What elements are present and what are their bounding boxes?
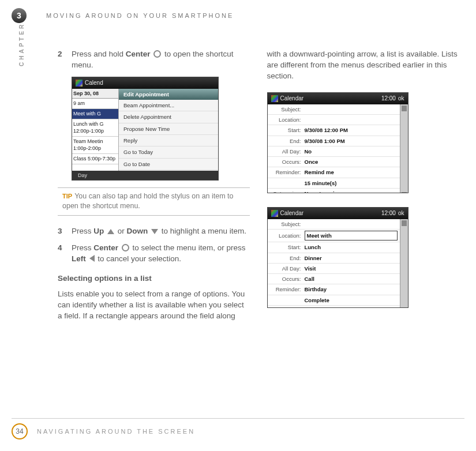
step-3: 3 Press Up or Down to highlight a menu i… <box>58 226 250 237</box>
page-body: 2 Press and hold Center to open the shor… <box>58 49 459 416</box>
step-number: 4 <box>58 243 72 265</box>
form-row: Subject: <box>268 104 400 115</box>
page-header: 3 MOVING AROUND ON YOUR SMARTPHONE <box>12 8 464 23</box>
field-label: Occurs: <box>270 158 305 166</box>
scrollbar <box>400 104 408 193</box>
subheading: Selecting options in a list <box>58 273 250 284</box>
center-button-icon <box>122 244 129 251</box>
field-value: Visit <box>305 265 398 272</box>
list-item: Team Meetin 1:00p-2:00p <box>72 137 118 154</box>
bold: Left <box>72 254 86 263</box>
text: to select the menu item, or press <box>133 243 246 252</box>
menu-item: Go to Today <box>119 146 218 158</box>
field-label: Location: <box>270 116 305 123</box>
field-label: Reminder: <box>270 285 305 293</box>
field-value: 15 minute(s) <box>305 307 398 308</box>
body-paragraph: Lists enable you to select from a range … <box>58 289 250 322</box>
up-arrow-icon <box>107 229 114 234</box>
list-item: Lunch with G 12:00p-1:00p <box>72 119 118 137</box>
list-item: Meet with G <box>72 109 118 119</box>
menu-header: Edit Appointment <box>119 89 218 100</box>
form-row: Location:Meet with <box>268 230 400 242</box>
field-label: Location: <box>270 232 305 239</box>
field-label: Subject: <box>270 220 305 228</box>
left-column: 2 Press and hold Center to open the shor… <box>58 49 250 416</box>
form-row: Reminder:Remind me <box>268 167 400 178</box>
running-foot-title: NAVIGATING AROUND THE SCREEN <box>37 428 195 435</box>
field-label: Reminder: <box>270 168 305 176</box>
field-value: Complete <box>305 296 398 304</box>
tip-callout: TIPYou can also tap and hold the stylus … <box>58 187 250 216</box>
field-value: No categories... <box>305 190 398 193</box>
right-column: with a downward-pointing arrow, a list i… <box>267 49 459 416</box>
list-item: 9 am <box>72 99 118 109</box>
field-value: Lunch <box>305 243 398 251</box>
field-value: Once <box>305 158 398 166</box>
chapter-vertical-label: CHAPTER <box>18 22 25 66</box>
tip-label: TIP <box>62 193 72 200</box>
field-value: Birthday <box>305 285 398 293</box>
close-icon: ok <box>398 95 404 103</box>
form-row: Occurs:Call <box>268 274 400 284</box>
field-label: Start: <box>270 126 305 134</box>
menu-item: Reply <box>119 135 218 146</box>
step-number: 3 <box>58 226 72 237</box>
text: Press <box>72 243 93 252</box>
field-value: Meet with <box>305 231 398 240</box>
start-flag-icon <box>271 210 278 217</box>
field-label: End: <box>270 254 305 262</box>
form-row: Location: <box>268 115 400 125</box>
form-row: Complete <box>268 295 400 306</box>
start-flag-icon <box>271 95 278 102</box>
field-value: Dinner <box>305 254 398 262</box>
field-value: Call <box>305 275 398 283</box>
screenshot-titlebar: Calendar 12:00 ok <box>268 93 408 104</box>
context-menu: Edit Appointment Beam Appointment... Del… <box>118 89 218 181</box>
screenshot-appointment-form: Calendar 12:00 ok Subject:Location:Start… <box>267 92 408 193</box>
step-2: 2 Press and hold Center to open the shor… <box>58 49 250 71</box>
text: Press <box>72 227 93 235</box>
menu-item: Propose New Time <box>119 123 218 135</box>
step-text: Press and hold Center to open the shortc… <box>72 49 250 71</box>
page-number-badge: 34 <box>12 423 28 439</box>
step-text: Press Up or Down to highlight a menu ite… <box>72 226 250 237</box>
menu-item: Beam Appointment... <box>119 100 218 111</box>
field-label: End: <box>270 137 305 145</box>
bold: Up <box>93 227 104 235</box>
running-head-title: MOVING AROUND ON YOUR SMARTPHONE <box>46 12 234 19</box>
form-row: All Day:Visit <box>268 264 400 274</box>
bold: Center <box>93 243 118 252</box>
field-label: All Day: <box>270 148 305 155</box>
tip-text: You can also tap and hold the stylus on … <box>62 192 234 211</box>
form-row: All Day:No <box>268 146 400 157</box>
down-arrow-icon <box>151 229 158 234</box>
page-footer: 34 NAVIGATING AROUND THE SCREEN <box>12 418 464 439</box>
screenshot-list-dropdown: Calendar 12:00 ok Subject:Location:Meet … <box>267 207 408 308</box>
step-text: Press Center to select the menu item, or… <box>72 243 250 265</box>
field-label: Subject: <box>270 106 305 113</box>
screenshot-titlebar: Calend <box>72 77 218 89</box>
screenshot-titlebar: Calendar 12:00 ok <box>268 208 408 219</box>
date-header: Sep 30, 08 <box>72 89 118 99</box>
text: to highlight a menu item. <box>162 227 246 235</box>
field-value: 15 minute(s) <box>305 179 398 187</box>
close-icon: ok <box>398 209 404 217</box>
form-row: Start:Lunch <box>268 242 400 253</box>
text: Press and hold <box>72 50 126 58</box>
field-value: No <box>305 148 398 155</box>
form-body: Subject:Location:Start:9/30/08 12:00 PME… <box>268 104 400 193</box>
form-row: 15 minute(s) <box>268 306 400 308</box>
form-row: End:Dinner <box>268 253 400 264</box>
center-button-icon <box>153 50 161 58</box>
form-row: Subject: <box>268 219 400 230</box>
chapter-number-badge: 3 <box>12 8 27 23</box>
app-title: Calendar <box>280 209 304 217</box>
softkey-bar: Day <box>72 171 218 180</box>
menu-item: Go to Date <box>119 159 218 170</box>
field-label: Categories: <box>270 190 305 193</box>
step-number: 2 <box>58 49 72 71</box>
field-label: All Day: <box>270 265 305 272</box>
menu-item: Delete Appointment <box>119 111 218 123</box>
screenshot-context-menu: Calend Sep 30, 08 9 am Meet with G Lunch… <box>72 77 219 181</box>
field-value: Remind me <box>305 168 398 176</box>
